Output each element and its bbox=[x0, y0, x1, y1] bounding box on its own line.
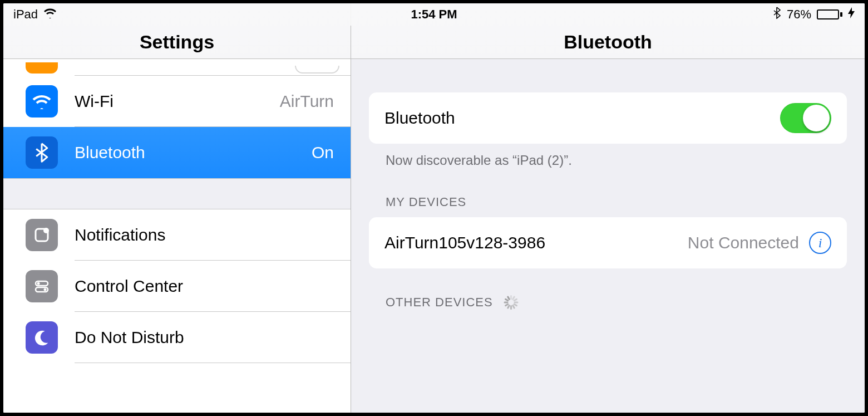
my-devices-header: MY DEVICES bbox=[369, 168, 847, 217]
section-gap bbox=[3, 178, 351, 209]
control-center-icon bbox=[26, 270, 58, 302]
my-devices-card: AirTurn105v128-3986 Not Connected i bbox=[369, 217, 847, 268]
charging-icon bbox=[848, 7, 855, 22]
airplane-toggle[interactable] bbox=[295, 66, 339, 74]
sidebar-item-dnd[interactable]: Do Not Disturb bbox=[3, 312, 351, 363]
info-icon[interactable]: i bbox=[809, 232, 831, 254]
other-devices-header: OTHER DEVICES bbox=[369, 268, 847, 317]
status-bar: iPad 1:54 PM 76% bbox=[3, 3, 865, 26]
svg-point-1 bbox=[43, 228, 49, 233]
sidebar-item-airplane[interactable] bbox=[3, 59, 351, 76]
airplane-icon bbox=[26, 62, 58, 74]
sidebar-item-bluetooth[interactable]: Bluetooth On bbox=[3, 127, 351, 178]
settings-list[interactable]: Wi-Fi AirTurn Bluetooth On bbox=[3, 59, 351, 413]
sidebar-item-label: Notifications bbox=[75, 226, 339, 244]
bluetooth-toggle-label: Bluetooth bbox=[384, 109, 780, 128]
battery-percentage: 76% bbox=[787, 7, 811, 22]
bluetooth-status-icon bbox=[773, 7, 781, 22]
sidebar-item-value: AirTurn bbox=[280, 92, 334, 111]
detail-pane: Bluetooth Bluetooth Now discoverable as … bbox=[351, 26, 865, 413]
svg-point-3 bbox=[37, 282, 40, 285]
device-name: iPad bbox=[13, 7, 38, 22]
wifi-icon bbox=[43, 7, 57, 22]
device-name: AirTurn105v128-3986 bbox=[384, 233, 688, 252]
wifi-settings-icon bbox=[26, 85, 58, 118]
settings-sidebar: Settings Wi-Fi AirTurn bbox=[3, 26, 351, 413]
svg-point-5 bbox=[44, 288, 47, 291]
bluetooth-toggle-card: Bluetooth bbox=[369, 92, 847, 144]
spinner-icon bbox=[503, 295, 517, 310]
device-status: Not Connected bbox=[688, 233, 799, 252]
bluetooth-settings-icon bbox=[26, 136, 58, 169]
clock: 1:54 PM bbox=[411, 7, 457, 22]
bluetooth-toggle-row[interactable]: Bluetooth bbox=[369, 92, 847, 144]
sidebar-item-label: Wi-Fi bbox=[75, 92, 280, 111]
ipad-frame: iPad 1:54 PM 76% Settings bbox=[0, 0, 868, 416]
notifications-icon bbox=[26, 219, 58, 251]
bluetooth-switch[interactable] bbox=[780, 103, 831, 133]
sidebar-item-control-center[interactable]: Control Center bbox=[3, 261, 351, 312]
discoverable-note: Now discoverable as “iPad (2)”. bbox=[369, 144, 847, 168]
sidebar-item-value: On bbox=[312, 143, 334, 162]
other-devices-label: OTHER DEVICES bbox=[386, 295, 493, 310]
sidebar-item-wifi[interactable]: Wi-Fi AirTurn bbox=[3, 76, 351, 127]
sidebar-item-label: Bluetooth bbox=[75, 143, 312, 162]
sidebar-item-label: Control Center bbox=[75, 277, 339, 296]
battery-icon bbox=[817, 9, 842, 19]
sidebar-item-notifications[interactable]: Notifications bbox=[3, 209, 351, 261]
moon-icon bbox=[26, 321, 58, 354]
sidebar-item-label: Do Not Disturb bbox=[75, 328, 339, 347]
device-row[interactable]: AirTurn105v128-3986 Not Connected i bbox=[369, 217, 847, 268]
